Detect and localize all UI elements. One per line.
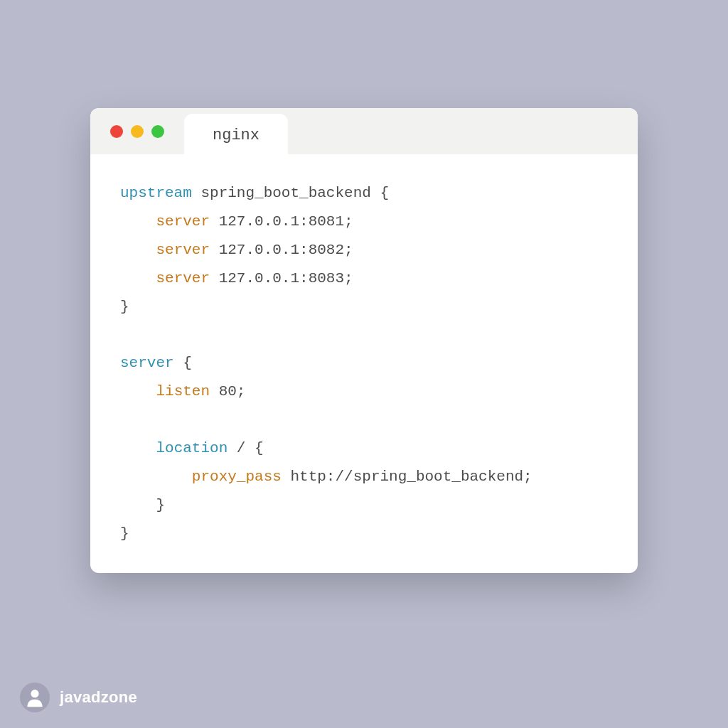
code-line	[120, 406, 616, 434]
code-token	[120, 270, 156, 287]
code-token: server	[156, 270, 210, 287]
code-line: }	[120, 491, 616, 520]
code-token: 80;	[210, 383, 245, 400]
code-token: http://spring_boot_backend;	[282, 469, 532, 485]
code-token: / {	[228, 440, 263, 456]
traffic-lights	[110, 125, 164, 138]
code-token: listen	[156, 383, 210, 400]
code-token	[120, 383, 156, 400]
code-content: upstream spring_boot_backend { server 12…	[90, 154, 638, 573]
code-line: server 127.0.0.1:8082;	[120, 236, 616, 264]
code-line: proxy_pass http://spring_boot_backend;	[120, 463, 616, 491]
minimize-icon[interactable]	[131, 125, 144, 138]
code-window: nginx upstream spring_boot_backend { ser…	[90, 108, 638, 573]
close-icon[interactable]	[110, 125, 123, 138]
code-line: }	[120, 293, 616, 321]
footer: javadzone	[20, 682, 137, 712]
code-token: server	[156, 242, 210, 258]
code-line: listen 80;	[120, 378, 616, 406]
user-icon	[23, 686, 46, 709]
code-token: }	[120, 525, 129, 542]
code-token: 127.0.0.1:8082;	[210, 242, 353, 258]
code-token: server	[120, 355, 174, 371]
code-token: server	[156, 213, 210, 230]
code-token: upstream	[120, 185, 192, 201]
code-token: {	[174, 355, 192, 371]
code-line: }	[120, 520, 616, 548]
maximize-icon[interactable]	[151, 125, 164, 138]
code-line: location / {	[120, 434, 616, 463]
code-token: }	[120, 299, 129, 315]
code-token: location	[156, 440, 228, 456]
code-line: server 127.0.0.1:8083;	[120, 264, 616, 293]
code-line: server 127.0.0.1:8081;	[120, 208, 616, 236]
username-label: javadzone	[60, 688, 137, 707]
code-token: 127.0.0.1:8083;	[210, 270, 353, 287]
code-token	[120, 440, 156, 456]
code-token: 127.0.0.1:8081;	[210, 213, 353, 230]
code-token	[120, 213, 156, 230]
avatar	[20, 682, 50, 712]
code-token: spring_boot_backend {	[192, 185, 389, 201]
tab-nginx[interactable]: nginx	[184, 114, 288, 154]
code-token	[120, 242, 156, 258]
code-token: proxy_pass	[192, 469, 282, 485]
svg-point-0	[31, 690, 38, 697]
code-line	[120, 321, 616, 349]
code-token	[120, 469, 192, 485]
code-line: server {	[120, 349, 616, 378]
window-titlebar: nginx	[90, 108, 638, 154]
code-line: upstream spring_boot_backend {	[120, 179, 616, 208]
code-token: }	[120, 497, 165, 513]
